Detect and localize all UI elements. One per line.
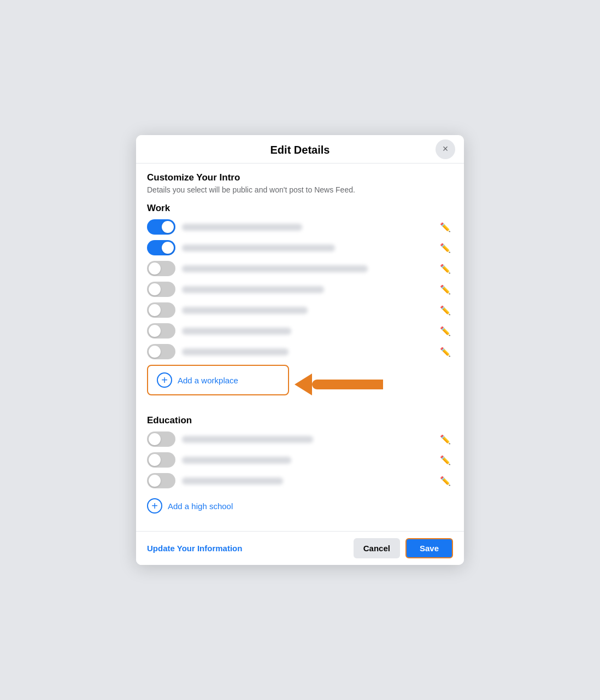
edu-item-2: ✏️ bbox=[147, 452, 453, 468]
edu-toggle-1[interactable] bbox=[147, 431, 175, 447]
work-item-3: ✏️ bbox=[147, 261, 453, 276]
work-section-label: Work bbox=[147, 203, 453, 214]
work-toggle-5[interactable] bbox=[147, 302, 175, 318]
edu-item-2-edit[interactable]: ✏️ bbox=[438, 453, 453, 468]
work-item-7-edit[interactable]: ✏️ bbox=[438, 345, 453, 359]
work-item-5: ✏️ bbox=[147, 302, 453, 318]
modal-title: Edit Details bbox=[270, 144, 330, 156]
work-item-7-text bbox=[182, 348, 289, 355]
add-highschool-label: Add a high school bbox=[168, 501, 233, 511]
work-item-1: ✏️ bbox=[147, 219, 453, 235]
add-highschool-button[interactable]: + Add a high school bbox=[147, 494, 233, 518]
work-toggle-1[interactable] bbox=[147, 219, 175, 235]
modal-body: Customize Your Intro Details you select … bbox=[136, 164, 464, 531]
edu-item-3-edit[interactable]: ✏️ bbox=[438, 474, 453, 488]
work-item-4-edit[interactable]: ✏️ bbox=[438, 282, 453, 297]
edu-toggle-2[interactable] bbox=[147, 452, 175, 468]
work-item-7: ✏️ bbox=[147, 344, 453, 359]
work-item-6-edit[interactable]: ✏️ bbox=[438, 324, 453, 339]
add-workplace-container: + Add a workplace bbox=[147, 365, 453, 404]
work-item-1-text bbox=[182, 224, 302, 231]
edu-item-3: ✏️ bbox=[147, 473, 453, 488]
work-item-4-text bbox=[182, 286, 324, 293]
work-toggle-2[interactable] bbox=[147, 240, 175, 255]
work-toggle-7[interactable] bbox=[147, 344, 175, 359]
save-button[interactable]: Save bbox=[405, 538, 453, 558]
edu-item-1-text bbox=[182, 436, 313, 443]
add-workplace-button[interactable]: + Add a workplace bbox=[147, 365, 289, 395]
add-highschool-icon: + bbox=[147, 498, 162, 514]
footer-buttons: Cancel Save bbox=[354, 538, 453, 558]
arrow-head bbox=[295, 374, 312, 395]
intro-title: Customize Your Intro bbox=[147, 172, 453, 183]
cancel-button[interactable]: Cancel bbox=[354, 538, 400, 558]
edu-item-1-edit[interactable]: ✏️ bbox=[438, 432, 453, 447]
modal-header: Edit Details × bbox=[136, 135, 464, 164]
work-item-2-text bbox=[182, 244, 335, 252]
work-item-4: ✏️ bbox=[147, 282, 453, 297]
work-toggle-6[interactable] bbox=[147, 323, 175, 339]
update-info-button[interactable]: Update Your Information bbox=[147, 544, 242, 553]
edit-details-modal: Edit Details × Customize Your Intro Deta… bbox=[136, 135, 464, 565]
intro-description: Details you select will be public and wo… bbox=[147, 185, 453, 194]
work-item-1-edit[interactable]: ✏️ bbox=[438, 220, 453, 235]
intro-section: Customize Your Intro Details you select … bbox=[147, 172, 453, 194]
work-item-5-text bbox=[182, 307, 308, 314]
add-workplace-label: Add a workplace bbox=[178, 376, 238, 385]
add-workplace-icon: + bbox=[157, 372, 172, 388]
edu-toggle-3[interactable] bbox=[147, 473, 175, 488]
work-item-5-edit[interactable]: ✏️ bbox=[438, 303, 453, 318]
work-item-2: ✏️ bbox=[147, 240, 453, 255]
edu-item-2-text bbox=[182, 457, 291, 464]
education-section-label: Education bbox=[147, 415, 453, 426]
arrow-shaft bbox=[312, 380, 383, 389]
modal-footer: Update Your Information Cancel Save bbox=[136, 531, 464, 565]
edu-item-3-text bbox=[182, 477, 283, 485]
work-toggle-3[interactable] bbox=[147, 261, 175, 276]
work-item-6-text bbox=[182, 328, 291, 335]
edu-item-1: ✏️ bbox=[147, 431, 453, 447]
work-item-6: ✏️ bbox=[147, 323, 453, 339]
work-item-3-text bbox=[182, 265, 368, 272]
arrow-annotation bbox=[295, 374, 383, 395]
work-item-3-edit[interactable]: ✏️ bbox=[438, 261, 453, 276]
work-toggle-4[interactable] bbox=[147, 282, 175, 297]
close-button[interactable]: × bbox=[436, 139, 455, 159]
work-item-2-edit[interactable]: ✏️ bbox=[438, 241, 453, 255]
